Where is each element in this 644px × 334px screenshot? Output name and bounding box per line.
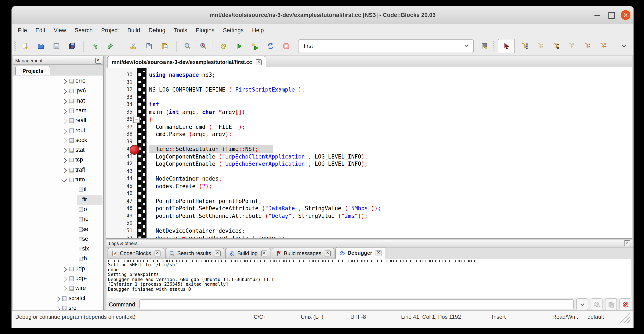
chevron-down-icon[interactable] xyxy=(463,42,470,49)
line-number[interactable]: 46 xyxy=(106,190,132,197)
tree-item-th[interactable]: th xyxy=(13,254,103,264)
tree-item-trafl[interactable]: trafl xyxy=(13,166,103,175)
tree-item-fo[interactable]: fo xyxy=(13,205,103,215)
chevron-right-icon[interactable] xyxy=(62,119,67,124)
step-into-instruction-button[interactable] xyxy=(596,40,609,53)
step-out-button[interactable] xyxy=(564,40,578,53)
build-button[interactable] xyxy=(217,40,230,53)
tree-item-tcp[interactable]: tcp xyxy=(13,156,103,166)
tree-item-src[interactable]: src xyxy=(13,304,103,310)
paste-button[interactable] xyxy=(158,40,171,53)
code-line-38[interactable]: 38 cmd.Parse (argc, argv); xyxy=(106,131,632,138)
next-instruction-button[interactable] xyxy=(580,40,593,53)
open-file-button[interactable] xyxy=(34,40,48,53)
menu-plugins[interactable]: Plugins xyxy=(192,24,219,37)
debugger-settings-button[interactable] xyxy=(591,298,602,310)
line-number[interactable]: 38 xyxy=(106,131,132,138)
code-line-42[interactable]: 42 LogComponentEnable ("UdpEchoServerApp… xyxy=(106,160,632,168)
toolbar-grip[interactable] xyxy=(493,41,496,51)
chevron-down-icon[interactable] xyxy=(463,42,470,49)
editor-tab-close-icon[interactable]: ✕ xyxy=(256,59,262,65)
run-button[interactable] xyxy=(233,40,246,53)
line-number[interactable]: 32 xyxy=(106,86,132,94)
tree-item-fif[interactable]: fif xyxy=(13,185,103,195)
save-all-button[interactable] xyxy=(66,40,79,53)
chevron-right-icon[interactable] xyxy=(55,306,60,310)
tree-item-ipv6[interactable]: ipv6 xyxy=(13,87,103,96)
tree-item-erro[interactable]: erro xyxy=(13,77,103,87)
code-line-49[interactable]: 49 pointToPoint.SetChannelAttribute ("De… xyxy=(106,212,632,220)
next-line-button[interactable] xyxy=(533,40,546,53)
chevron-right-icon[interactable] xyxy=(62,286,67,292)
logs-close-icon[interactable]: ✕ xyxy=(624,240,630,246)
line-number[interactable]: 39 xyxy=(106,138,132,145)
chevron-right-icon[interactable] xyxy=(62,148,67,153)
command-input[interactable] xyxy=(139,299,574,309)
command-history-button[interactable] xyxy=(576,298,588,310)
line-number[interactable]: 43 xyxy=(106,168,132,175)
menu-project[interactable]: Project xyxy=(97,24,123,37)
toolbar-grip[interactable] xyxy=(212,41,214,51)
tree-item-six[interactable]: six xyxy=(13,245,103,254)
chevron-right-icon[interactable] xyxy=(62,109,67,114)
logs-tab-close-icon[interactable]: ✕ xyxy=(214,250,220,256)
copy-button[interactable] xyxy=(142,40,156,53)
tree-item-udp[interactable]: udp xyxy=(13,264,103,274)
clear-log-button[interactable] xyxy=(620,298,631,310)
chevron-right-icon[interactable] xyxy=(62,276,67,282)
code-line-46[interactable]: 46 xyxy=(106,190,632,197)
line-number[interactable]: 35 xyxy=(106,108,132,116)
code-line-40[interactable]: 40 Time::SetResolution (Time::NS); xyxy=(106,145,632,153)
menu-settings[interactable]: Settings xyxy=(219,24,248,37)
minimize-button[interactable] xyxy=(592,10,602,20)
tree-item-scratcl[interactable]: scratcl xyxy=(13,294,103,304)
chevron-right-icon[interactable] xyxy=(62,168,67,173)
run-to-cursor-button[interactable] xyxy=(518,40,530,53)
logs-tab-close-icon[interactable]: ✕ xyxy=(261,250,267,256)
code-line-37[interactable]: 37 CommandLine cmd (__FILE__); xyxy=(106,123,632,131)
code-line-32[interactable]: 32NS_LOG_COMPONENT_DEFINE ("FirstScriptE… xyxy=(106,86,632,94)
chevron-right-icon[interactable] xyxy=(62,99,67,104)
line-number[interactable]: 40 xyxy=(106,145,132,153)
debugger-output[interactable]: Setting SHELL to '/bin/sh'doneSetting br… xyxy=(107,259,631,298)
chevron-down-icon[interactable] xyxy=(62,177,67,182)
maximize-button[interactable] xyxy=(606,10,616,20)
editor-tab-first-cc[interactable]: mnt/dev/tools/source/ns-3-dev/examples/t… xyxy=(107,56,266,68)
breakpoint-icon[interactable] xyxy=(130,145,139,155)
tree-item-nam[interactable]: nam xyxy=(13,106,103,116)
chevron-right-icon[interactable] xyxy=(62,158,67,163)
line-number[interactable]: 52 xyxy=(106,234,132,239)
line-number[interactable]: 49 xyxy=(106,212,132,220)
step-into-button[interactable] xyxy=(549,40,562,53)
title-bar[interactable]: mnt/dev/tools/source/ns-3-dev/examples/t… xyxy=(12,6,634,24)
debug-continue-button[interactable] xyxy=(498,39,515,53)
tree-item-stat[interactable]: stat xyxy=(13,146,103,156)
code-line-44[interactable]: 44 NodeContainer nodes; xyxy=(106,175,632,182)
fold-marker-icon[interactable]: − xyxy=(133,117,140,123)
rebuild-button[interactable] xyxy=(264,40,277,53)
line-number[interactable]: 42 xyxy=(106,160,132,168)
code-line-41[interactable]: 41 LogComponentEnable ("UdpEchoClientApp… xyxy=(106,153,632,160)
line-number[interactable]: 51 xyxy=(106,227,132,234)
code-line-33[interactable]: 33 xyxy=(106,94,632,101)
toolbar-overflow-button[interactable] xyxy=(620,42,628,50)
chevron-right-icon[interactable] xyxy=(62,79,67,84)
tree-item-wire[interactable]: wire xyxy=(13,284,103,294)
toolbar-grip[interactable] xyxy=(14,41,16,51)
chevron-right-icon[interactable] xyxy=(62,267,67,272)
copy-log-button[interactable] xyxy=(605,298,617,310)
logs-tab-code-blocks[interactable]: Code::Blocks✕ xyxy=(108,248,164,259)
chevron-right-icon[interactable] xyxy=(62,89,67,94)
line-number[interactable]: 47 xyxy=(106,197,132,205)
line-number[interactable]: 50 xyxy=(106,220,132,227)
menu-debug[interactable]: Debug xyxy=(144,24,170,37)
code-line-36[interactable]: 36{ xyxy=(106,116,632,123)
projects-tree[interactable]: erroipv6matnamreallroutsockstattcptraflt… xyxy=(13,75,104,310)
line-number[interactable]: 30 xyxy=(106,71,132,79)
menu-file[interactable]: File xyxy=(14,24,31,37)
chevron-right-icon[interactable] xyxy=(62,128,67,134)
menu-view[interactable]: View xyxy=(50,24,70,37)
logs-tab-build-messages[interactable]: Build messages✕ xyxy=(272,248,334,259)
abort-build-button[interactable] xyxy=(280,40,293,53)
logs-tab-search-results[interactable]: Search results✕ xyxy=(165,248,224,259)
